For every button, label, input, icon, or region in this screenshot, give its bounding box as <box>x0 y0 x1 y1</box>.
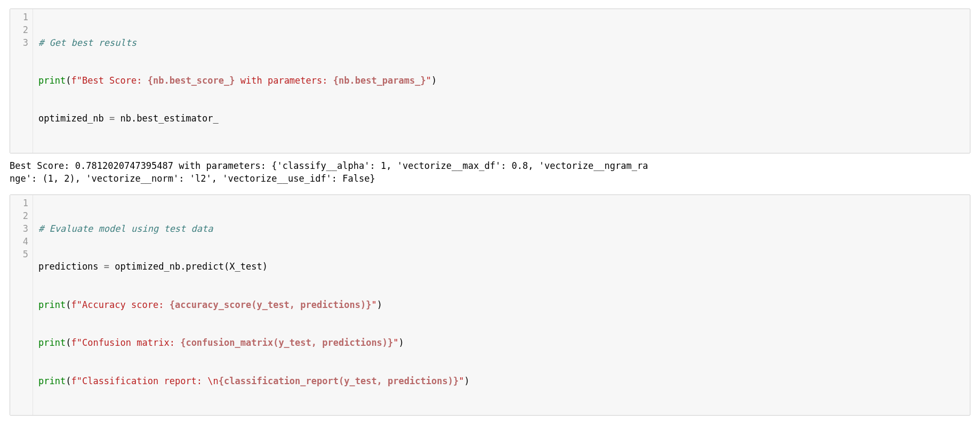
code-line: optimized_nb = nb.best_estimator_ <box>38 112 965 125</box>
code-line: # Get best results <box>38 37 965 50</box>
line-number: 4 <box>15 236 28 248</box>
builtin-print: print <box>38 376 66 386</box>
string: "Confusion matrix: <box>77 337 180 348</box>
string-escape: \n <box>207 376 218 386</box>
comment: # Evaluate model using test data <box>38 223 213 234</box>
string: " <box>371 299 376 310</box>
line-number: 3 <box>15 37 28 50</box>
fstring-expr: {confusion_matrix(y_test, predictions)} <box>180 337 393 348</box>
code-line: print(f"Best Score: {nb.best_score_} wit… <box>38 75 965 87</box>
line-number: 3 <box>15 223 28 236</box>
string: " <box>459 376 464 386</box>
operator: = <box>109 113 115 124</box>
code-cell-1[interactable]: 1 2 3 # Get best results print(f"Best Sc… <box>10 9 970 153</box>
fstring-expr: {accuracy_score(y_test, predictions)} <box>170 299 372 310</box>
code-cell-2[interactable]: 1 2 3 4 5 # Evaluate model using test da… <box>10 194 970 416</box>
fstring-expr: {nb.best_params_} <box>333 75 426 86</box>
code-line: predictions = optimized_nb.predict(X_tes… <box>38 261 965 273</box>
builtin-print: print <box>38 337 66 348</box>
string: "Best Score: <box>77 75 148 86</box>
string: with parameters: <box>235 75 333 86</box>
fstring-prefix: f <box>71 337 76 348</box>
fstring-expr: {nb.best_score_} <box>148 75 235 86</box>
identifier: optimized_nb <box>38 113 109 124</box>
line-number: 1 <box>15 197 28 210</box>
string: "Classification report: <box>77 376 208 386</box>
code-area[interactable]: # Evaluate model using test data predict… <box>33 195 970 415</box>
line-number-gutter: 1 2 3 4 5 <box>10 195 33 415</box>
comment: # Get best results <box>38 37 136 48</box>
expression: optimized_nb.predict(X_test) <box>109 261 268 272</box>
expression: nb.best_estimator_ <box>115 113 218 124</box>
code-line: print(f"Confusion matrix: {confusion_mat… <box>38 337 965 350</box>
line-number: 5 <box>15 248 28 261</box>
notebook-fragment: 1 2 3 # Get best results print(f"Best Sc… <box>0 0 980 422</box>
string: " <box>393 337 398 348</box>
builtin-print: print <box>38 299 66 310</box>
cell-output-1: Best Score: 0.7812020747395487 with para… <box>10 160 970 185</box>
fstring-expr: {classification_report(y_test, predictio… <box>219 376 459 386</box>
code-line: print(f"Classification report: \n{classi… <box>38 375 965 388</box>
fstring-prefix: f <box>71 299 76 310</box>
code-line: # Evaluate model using test data <box>38 223 965 236</box>
string: "Accuracy score: <box>77 299 170 310</box>
line-number: 2 <box>15 24 28 37</box>
string: " <box>426 75 431 86</box>
fstring-prefix: f <box>71 376 76 386</box>
code-area[interactable]: # Get best results print(f"Best Score: {… <box>33 9 970 153</box>
line-number: 2 <box>15 210 28 223</box>
operator: = <box>104 261 109 272</box>
builtin-print: print <box>38 75 66 86</box>
line-number-gutter: 1 2 3 <box>10 9 33 153</box>
line-number: 1 <box>15 11 28 24</box>
identifier: predictions <box>38 261 104 272</box>
fstring-prefix: f <box>71 75 76 86</box>
code-line: print(f"Accuracy score: {accuracy_score(… <box>38 299 965 312</box>
